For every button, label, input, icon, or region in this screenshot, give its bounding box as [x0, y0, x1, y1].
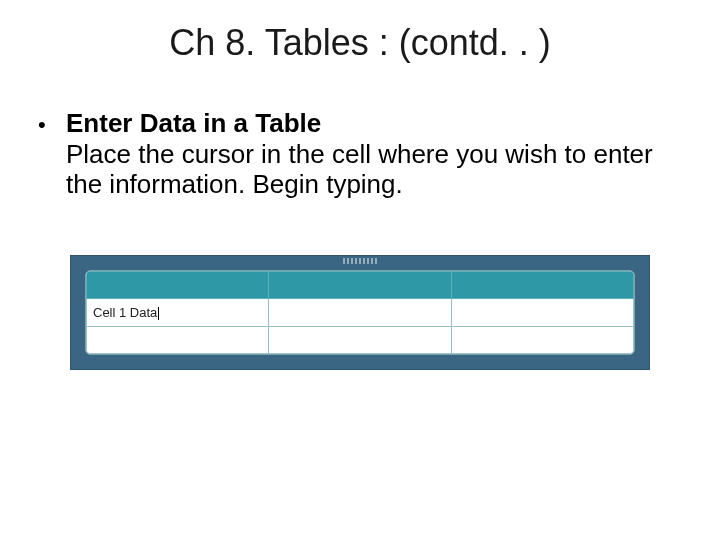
- slide: Ch 8. Tables : (contd. . ) • Enter Data …: [0, 0, 720, 540]
- table-move-handle-icon: [343, 258, 377, 264]
- text-cursor-icon: [158, 307, 159, 320]
- bullet-heading: Enter Data in a Table: [66, 108, 321, 138]
- page-title: Ch 8. Tables : (contd. . ): [0, 22, 720, 64]
- bullet-text: Place the cursor in the cell where you w…: [66, 139, 653, 200]
- table-row: [87, 326, 634, 353]
- table-figure: Cell 1 Data: [70, 255, 650, 370]
- bullet-item: • Enter Data in a Table Place the cursor…: [38, 108, 678, 200]
- header-cell: [269, 272, 451, 299]
- table-header-row: [87, 272, 634, 299]
- sample-table: Cell 1 Data: [86, 271, 634, 354]
- table-cell-active[interactable]: Cell 1 Data: [87, 299, 269, 326]
- body-text: • Enter Data in a Table Place the cursor…: [38, 108, 678, 200]
- table-cell[interactable]: [269, 326, 451, 353]
- table-cell[interactable]: [87, 326, 269, 353]
- header-cell: [451, 272, 633, 299]
- header-cell: [87, 272, 269, 299]
- table-cell[interactable]: [451, 299, 633, 326]
- table-row: Cell 1 Data: [87, 299, 634, 326]
- embedded-table: Cell 1 Data: [85, 270, 635, 355]
- table-cell[interactable]: [451, 326, 633, 353]
- bullet-marker: •: [38, 108, 66, 138]
- table-cell[interactable]: [269, 299, 451, 326]
- bullet-content: Enter Data in a Table Place the cursor i…: [66, 108, 678, 200]
- cell-text: Cell 1 Data: [93, 305, 157, 320]
